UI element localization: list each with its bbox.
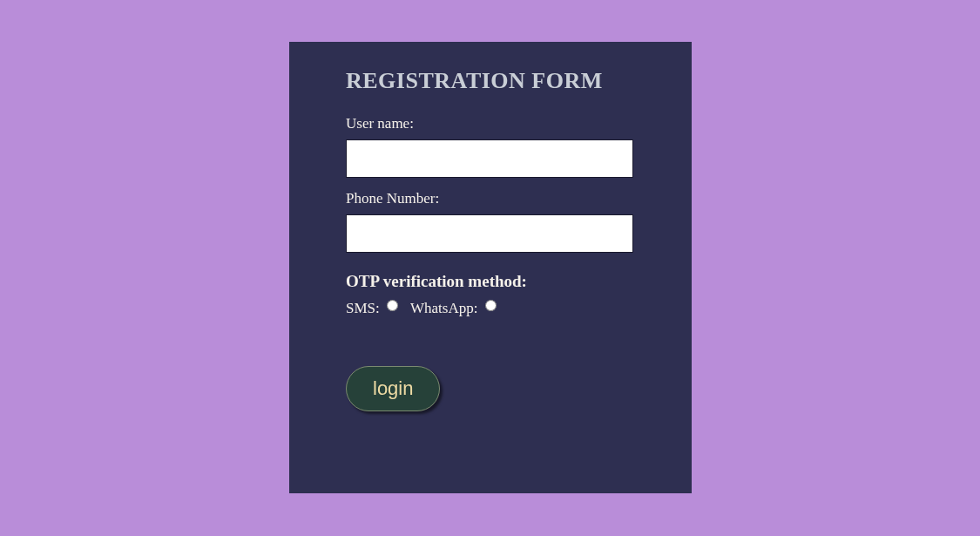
username-input[interactable] [346, 139, 633, 178]
sms-radio[interactable] [387, 300, 398, 311]
whatsapp-radio[interactable] [485, 300, 497, 311]
whatsapp-label: WhatsApp: [410, 300, 477, 316]
login-button[interactable]: login [346, 366, 440, 411]
sms-label: SMS: [346, 300, 380, 316]
otp-heading: OTP verification method: [346, 272, 635, 291]
username-label: User name: [346, 115, 635, 132]
phone-input[interactable] [346, 214, 633, 253]
otp-options: SMS: WhatsApp: [346, 300, 635, 317]
registration-form-panel: REGISTRATION FORM User name: Phone Numbe… [289, 42, 692, 493]
form-title: REGISTRATION FORM [346, 68, 635, 94]
phone-label: Phone Number: [346, 190, 635, 207]
